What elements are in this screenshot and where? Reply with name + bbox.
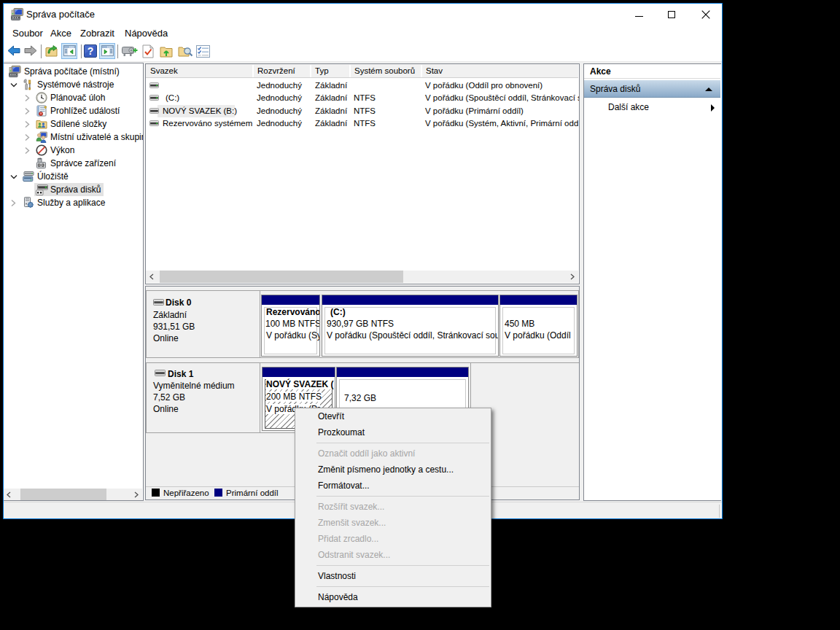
svg-text:?: ? (88, 45, 94, 57)
